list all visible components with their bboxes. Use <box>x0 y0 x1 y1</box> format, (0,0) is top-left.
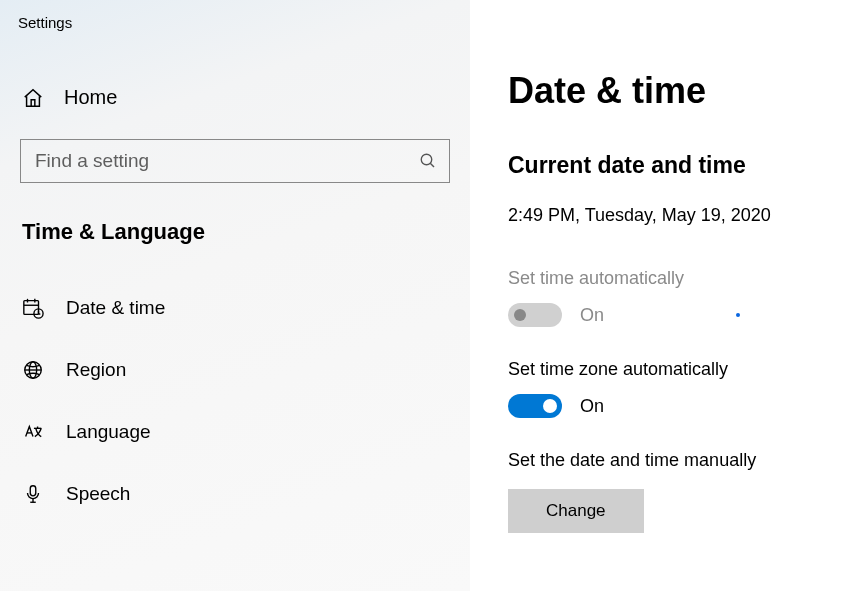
set-zone-auto-state: On <box>580 396 604 417</box>
home-label: Home <box>64 86 117 109</box>
sidebar-item-label: Region <box>66 359 126 381</box>
home-nav[interactable]: Home <box>0 31 470 109</box>
main-content: Date & time Current date and time 2:49 P… <box>470 0 845 591</box>
sidebar: Settings Home <box>0 0 470 591</box>
change-button[interactable]: Change <box>508 489 644 533</box>
current-datetime-value: 2:49 PM, Tuesday, May 19, 2020 <box>508 205 845 226</box>
set-time-auto-state: On <box>580 305 604 326</box>
search-input[interactable] <box>33 149 419 173</box>
current-datetime-heading: Current date and time <box>508 152 845 179</box>
search-icon <box>419 152 437 170</box>
language-icon <box>22 421 44 443</box>
sidebar-item-language[interactable]: Language <box>0 401 470 463</box>
sidebar-item-speech[interactable]: Speech <box>0 463 470 525</box>
set-time-auto-label: Set time automatically <box>508 268 845 289</box>
nav-list: Date & time Region <box>0 245 470 525</box>
sidebar-item-label: Date & time <box>66 297 165 319</box>
app-title: Settings <box>0 0 470 31</box>
svg-point-0 <box>421 154 432 165</box>
category-title: Time & Language <box>0 183 470 245</box>
svg-rect-2 <box>24 301 39 315</box>
set-time-auto-toggle <box>508 303 562 327</box>
search-box[interactable] <box>20 139 450 183</box>
sidebar-item-label: Language <box>66 421 151 443</box>
sidebar-item-label: Speech <box>66 483 130 505</box>
decorative-dot <box>736 313 740 317</box>
home-icon <box>22 87 44 109</box>
sidebar-item-date-time[interactable]: Date & time <box>0 277 470 339</box>
microphone-icon <box>22 483 44 505</box>
set-zone-auto-label: Set time zone automatically <box>508 359 845 380</box>
calendar-clock-icon <box>22 297 44 319</box>
svg-rect-11 <box>30 486 36 496</box>
page-title: Date & time <box>508 70 845 112</box>
sidebar-item-region[interactable]: Region <box>0 339 470 401</box>
globe-icon <box>22 359 44 381</box>
set-zone-auto-toggle[interactable] <box>508 394 562 418</box>
svg-line-1 <box>430 163 434 167</box>
set-manual-label: Set the date and time manually <box>508 450 845 471</box>
